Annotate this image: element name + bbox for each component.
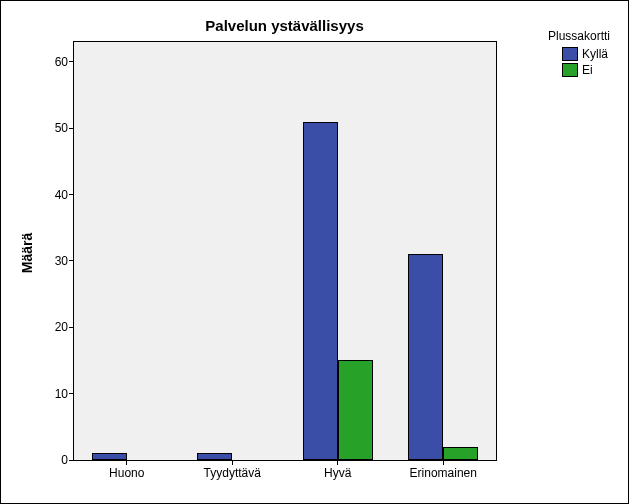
xtick-label: Huono <box>109 466 144 480</box>
chart-frame: Palvelun ystävällisyys Määrä Plussakortt… <box>0 0 629 504</box>
ytick-mark <box>69 61 74 62</box>
xtick-mark <box>443 460 444 465</box>
plot-area: 0102030405060HuonoTyydyttäväHyväErinomai… <box>73 41 497 461</box>
xtick-label: Erinomainen <box>410 466 477 480</box>
xtick-label: Tyydyttävä <box>204 466 261 480</box>
chart-title: Palvelun ystävällisyys <box>61 17 508 34</box>
y-axis-label: Määrä <box>19 233 35 273</box>
bar-kyllä-3 <box>408 254 443 460</box>
ytick-label: 40 <box>55 188 68 202</box>
bar-kyllä-2 <box>303 122 338 460</box>
xtick-mark <box>232 460 233 465</box>
bar-ei-3 <box>443 447 478 460</box>
legend-item-1: Ei <box>562 63 610 77</box>
ytick-mark <box>69 460 74 461</box>
xtick-mark <box>126 460 127 465</box>
legend-swatch-0 <box>562 47 578 61</box>
xtick-label: Hyvä <box>324 466 351 480</box>
ytick-label: 30 <box>55 254 68 268</box>
xtick-mark <box>337 460 338 465</box>
ytick-label: 10 <box>55 387 68 401</box>
y-axis-label-container: Määrä <box>17 1 37 504</box>
ytick-mark <box>69 393 74 394</box>
ytick-label: 20 <box>55 320 68 334</box>
bar-kyllä-1 <box>197 453 232 460</box>
ytick-label: 50 <box>55 121 68 135</box>
legend-title: Plussakortti <box>548 29 610 43</box>
legend-swatch-1 <box>562 63 578 77</box>
legend-label-0: Kyllä <box>582 47 608 61</box>
bar-ei-2 <box>338 360 373 460</box>
ytick-mark <box>69 194 74 195</box>
legend-label-1: Ei <box>582 63 593 77</box>
bar-kyllä-0 <box>92 453 127 460</box>
ytick-mark <box>69 327 74 328</box>
ytick-label: 60 <box>55 55 68 69</box>
legend: Plussakortti Kyllä Ei <box>548 29 610 79</box>
ytick-label: 0 <box>61 453 68 467</box>
ytick-mark <box>69 128 74 129</box>
legend-item-0: Kyllä <box>562 47 610 61</box>
ytick-mark <box>69 260 74 261</box>
